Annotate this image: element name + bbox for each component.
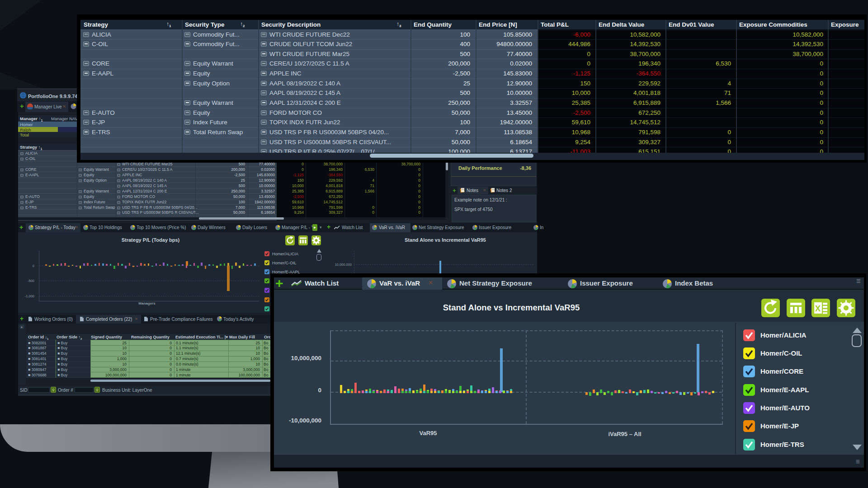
svg-text:X: X (815, 304, 821, 313)
